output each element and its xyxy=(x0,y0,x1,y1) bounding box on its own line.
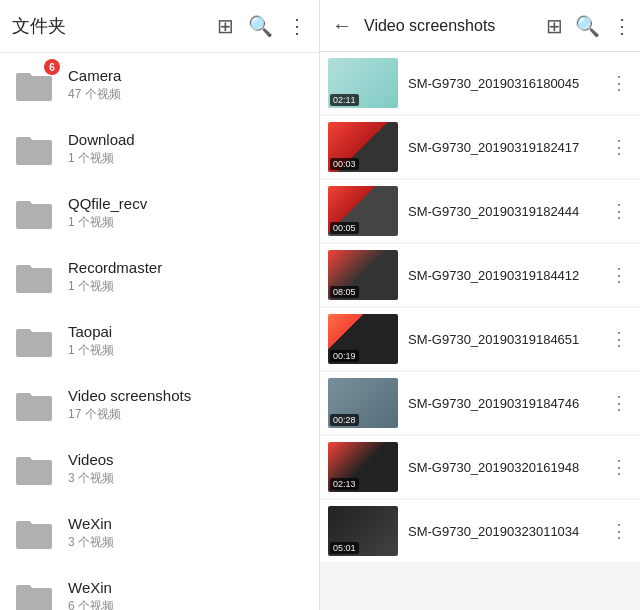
left-header-icons: ⊞ 🔍 ⋮ xyxy=(217,14,307,38)
folder-count: 47 个视频 xyxy=(68,86,307,103)
video-name: SM-G9730_20190319184412 xyxy=(408,268,606,283)
folder-name: Videos xyxy=(68,451,307,468)
video-item[interactable]: 00:03SM-G9730_20190319182417⋮ xyxy=(320,116,640,178)
video-duration: 02:11 xyxy=(330,94,359,106)
folder-name: QQfile_recv xyxy=(68,195,307,212)
video-duration: 08:05 xyxy=(330,286,359,298)
folder-icon: 6 xyxy=(12,63,56,107)
right-header: ← Video screenshots ⊞ 🔍 ⋮ xyxy=(320,0,640,52)
folder-icon xyxy=(12,383,56,427)
folder-icon xyxy=(12,255,56,299)
video-thumbnail: 08:05 xyxy=(328,250,398,300)
video-name: SM-G9730_20190319182444 xyxy=(408,204,606,219)
folder-info: Recordmaster1 个视频 xyxy=(68,259,307,295)
folder-info: Taopai1 个视频 xyxy=(68,323,307,359)
video-duration: 05:01 xyxy=(330,542,359,554)
folder-count: 6 个视频 xyxy=(68,598,307,610)
folder-count: 17 个视频 xyxy=(68,406,307,423)
folder-icon xyxy=(12,447,56,491)
folder-count: 1 个视频 xyxy=(68,150,307,167)
folder-item[interactable]: Download1 个视频 xyxy=(0,117,319,181)
folder-info: WeXin3 个视频 xyxy=(68,515,307,551)
folder-item[interactable]: Recordmaster1 个视频 xyxy=(0,245,319,309)
folder-count: 3 个视频 xyxy=(68,470,307,487)
folder-name: Camera xyxy=(68,67,307,84)
video-name: SM-G9730_20190316180045 xyxy=(408,76,606,91)
video-name: SM-G9730_20190319184746 xyxy=(408,396,606,411)
folder-item[interactable]: 6Camera47 个视频 xyxy=(0,53,319,117)
more-icon[interactable]: ⋮ xyxy=(606,388,632,418)
grid-icon[interactable]: ⊞ xyxy=(546,14,563,38)
folder-name: WeXin xyxy=(68,515,307,532)
folder-item[interactable]: WeXin6 个视频 xyxy=(0,565,319,610)
more-icon[interactable]: ⋮ xyxy=(606,132,632,162)
folder-count: 1 个视频 xyxy=(68,214,307,231)
folder-icon xyxy=(12,191,56,235)
grid-icon[interactable]: ⊞ xyxy=(217,14,234,38)
video-item[interactable]: 00:05SM-G9730_20190319182444⋮ xyxy=(320,180,640,242)
folder-count: 3 个视频 xyxy=(68,534,307,551)
folder-icon xyxy=(12,319,56,363)
back-button[interactable]: ← xyxy=(328,10,356,41)
folder-info: Camera47 个视频 xyxy=(68,67,307,103)
video-duration: 02:13 xyxy=(330,478,359,490)
video-duration: 00:19 xyxy=(330,350,359,362)
video-thumbnail: 02:11 xyxy=(328,58,398,108)
folder-info: WeXin6 个视频 xyxy=(68,579,307,610)
folder-icon xyxy=(12,575,56,610)
folder-info: Videos3 个视频 xyxy=(68,451,307,487)
search-icon[interactable]: 🔍 xyxy=(575,14,600,38)
right-panel: ← Video screenshots ⊞ 🔍 ⋮ 02:11SM-G9730_… xyxy=(320,0,640,610)
folder-name: Video screenshots xyxy=(68,387,307,404)
video-name: SM-G9730_20190319182417 xyxy=(408,140,606,155)
folder-item[interactable]: Videos3 个视频 xyxy=(0,437,319,501)
more-icon[interactable]: ⋮ xyxy=(606,68,632,98)
video-item[interactable]: 02:13SM-G9730_20190320161948⋮ xyxy=(320,436,640,498)
video-name: SM-G9730_20190320161948 xyxy=(408,460,606,475)
folder-icon xyxy=(12,511,56,555)
video-item[interactable]: 00:28SM-G9730_20190319184746⋮ xyxy=(320,372,640,434)
video-duration: 00:03 xyxy=(330,158,359,170)
video-name: SM-G9730_20190319184651 xyxy=(408,332,606,347)
left-panel: 文件夹 ⊞ 🔍 ⋮ 6Camera47 个视频 Download1 个视频 QQ… xyxy=(0,0,320,610)
video-thumbnail: 02:13 xyxy=(328,442,398,492)
left-panel-title: 文件夹 xyxy=(12,14,66,38)
folder-count: 1 个视频 xyxy=(68,278,307,295)
folder-info: Video screenshots17 个视频 xyxy=(68,387,307,423)
folder-item[interactable]: Video screenshots17 个视频 xyxy=(0,373,319,437)
folder-count: 1 个视频 xyxy=(68,342,307,359)
video-item[interactable]: 00:19SM-G9730_20190319184651⋮ xyxy=(320,308,640,370)
more-icon[interactable]: ⋮ xyxy=(612,14,632,38)
video-duration: 00:28 xyxy=(330,414,359,426)
folder-info: QQfile_recv1 个视频 xyxy=(68,195,307,231)
folder-name: WeXin xyxy=(68,579,307,596)
more-icon[interactable]: ⋮ xyxy=(606,196,632,226)
video-list: 02:11SM-G9730_20190316180045⋮00:03SM-G97… xyxy=(320,52,640,610)
search-icon[interactable]: 🔍 xyxy=(248,14,273,38)
video-item[interactable]: 08:05SM-G9730_20190319184412⋮ xyxy=(320,244,640,306)
folder-item[interactable]: Taopai1 个视频 xyxy=(0,309,319,373)
video-thumbnail: 00:19 xyxy=(328,314,398,364)
video-thumbnail: 00:05 xyxy=(328,186,398,236)
video-item[interactable]: 05:01SM-G9730_20190323011034⋮ xyxy=(320,500,640,562)
video-thumbnail: 00:28 xyxy=(328,378,398,428)
folder-info: Download1 个视频 xyxy=(68,131,307,167)
video-duration: 00:05 xyxy=(330,222,359,234)
video-thumbnail: 00:03 xyxy=(328,122,398,172)
folder-name: Download xyxy=(68,131,307,148)
folder-icon xyxy=(12,127,56,171)
folder-list: 6Camera47 个视频 Download1 个视频 QQfile_recv1… xyxy=(0,53,319,610)
folder-name: Recordmaster xyxy=(68,259,307,276)
video-thumbnail: 05:01 xyxy=(328,506,398,556)
video-item[interactable]: 02:11SM-G9730_20190316180045⋮ xyxy=(320,52,640,114)
right-panel-title: Video screenshots xyxy=(364,17,538,35)
folder-item[interactable]: QQfile_recv1 个视频 xyxy=(0,181,319,245)
more-icon[interactable]: ⋮ xyxy=(606,324,632,354)
more-icon[interactable]: ⋮ xyxy=(606,516,632,546)
left-header: 文件夹 ⊞ 🔍 ⋮ xyxy=(0,0,319,53)
more-icon[interactable]: ⋮ xyxy=(606,452,632,482)
more-icon[interactable]: ⋮ xyxy=(287,14,307,38)
more-icon[interactable]: ⋮ xyxy=(606,260,632,290)
video-name: SM-G9730_20190323011034 xyxy=(408,524,606,539)
folder-item[interactable]: WeXin3 个视频 xyxy=(0,501,319,565)
